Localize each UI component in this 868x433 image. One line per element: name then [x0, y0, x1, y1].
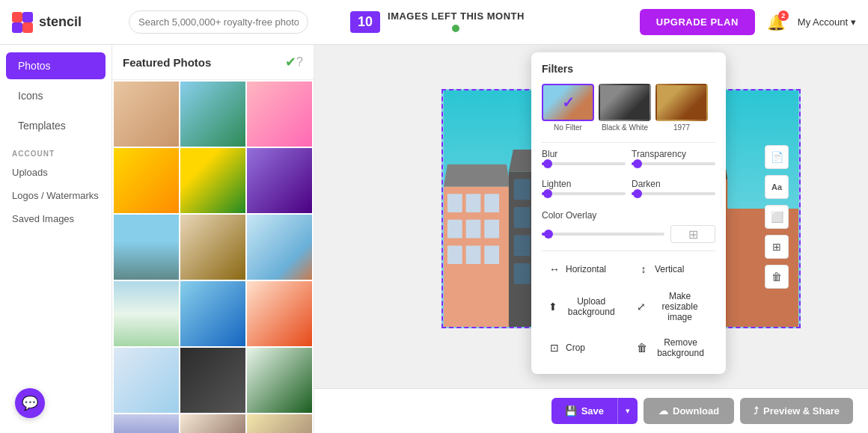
upload-background-button[interactable]: ⬆ Upload background — [542, 286, 626, 328]
list-item[interactable] — [114, 215, 179, 280]
svg-rect-10 — [484, 194, 499, 212]
vertical-icon: ↕ — [637, 262, 650, 276]
sidebar-item-icons[interactable]: Icons — [6, 82, 106, 109]
list-item[interactable] — [247, 281, 312, 346]
delete-tool-button[interactable]: 🗑 — [765, 265, 789, 289]
vertical-label: Vertical — [655, 264, 684, 274]
images-left-badge: 10 IMAGES LEFT THIS MONTH — [350, 10, 525, 34]
app-name: stencil — [39, 14, 82, 30]
save-button-group: 💾 Save ▾ — [551, 398, 638, 424]
notifications-button[interactable]: 🔔 2 — [767, 13, 786, 31]
horizontal-flip-button[interactable]: ↔ Horizontal — [542, 257, 626, 281]
filter-preset-bw[interactable]: Black & White — [599, 84, 651, 132]
svg-rect-0 — [12, 12, 22, 22]
transparency-slider-row: Transparency — [632, 149, 715, 165]
svg-rect-11 — [447, 219, 462, 238]
list-item[interactable] — [180, 414, 245, 433]
list-item[interactable] — [247, 148, 312, 213]
save-icon: 💾 — [565, 405, 577, 417]
list-item[interactable] — [180, 281, 245, 346]
help-icon[interactable]: ? — [296, 55, 303, 69]
sidebar-item-logos[interactable]: Logos / Watermarks — [0, 184, 111, 207]
list-item[interactable] — [180, 215, 245, 280]
list-item[interactable] — [247, 414, 312, 433]
download-label: Download — [673, 405, 719, 417]
list-item[interactable] — [114, 281, 179, 346]
svg-rect-14 — [447, 245, 462, 264]
remove-background-button[interactable]: 🗑 Remove background — [631, 332, 715, 363]
remove-bg-label: Remove background — [652, 337, 709, 358]
make-resizable-button[interactable]: ⤢ Make resizable image — [631, 286, 715, 328]
sidebar-item-photos[interactable]: Photos — [6, 52, 106, 79]
list-item[interactable] — [180, 82, 245, 147]
list-item[interactable] — [114, 148, 179, 213]
darken-slider-row: Darken — [632, 179, 715, 195]
svg-rect-3 — [22, 22, 33, 33]
svg-rect-8 — [447, 194, 462, 212]
download-button[interactable]: ☁ Download — [644, 398, 734, 424]
account-button[interactable]: My Account ▾ — [798, 16, 856, 28]
horizontal-icon: ↔ — [548, 262, 561, 276]
blur-slider-row: Blur — [542, 149, 626, 165]
save-dropdown-button[interactable]: ▾ — [617, 398, 638, 424]
list-item[interactable] — [247, 348, 312, 413]
list-item[interactable] — [180, 148, 245, 213]
svg-marker-17 — [444, 164, 510, 186]
darken-label: Darken — [632, 179, 715, 189]
list-item[interactable] — [114, 414, 179, 433]
upgrade-button[interactable]: UPGRADE PLAN — [640, 9, 755, 35]
crop-button[interactable]: ⊡ Crop — [542, 332, 626, 363]
transparency-slider[interactable] — [632, 162, 715, 165]
main-layout: Photos Icons Templates ACCOUNT Uploads L… — [0, 45, 868, 433]
list-item[interactable] — [180, 348, 245, 413]
grid-tool-button[interactable]: ⊞ — [765, 235, 789, 259]
lighten-slider[interactable] — [542, 192, 626, 195]
darken-slider[interactable] — [632, 192, 715, 195]
frame-tool-button[interactable]: ⬜ — [765, 205, 789, 229]
sidebar-item-saved[interactable]: Saved Images — [0, 207, 111, 230]
featured-check-icon: ✔ — [285, 54, 296, 70]
list-item[interactable] — [247, 82, 312, 147]
sidebar-item-uploads[interactable]: Uploads — [0, 161, 111, 184]
search-input[interactable] — [129, 10, 308, 34]
sidebar-item-templates[interactable]: Templates — [6, 112, 106, 139]
blur-label: Blur — [542, 149, 626, 159]
list-item[interactable] — [247, 215, 312, 280]
chat-button[interactable]: 💬 — [15, 388, 45, 418]
list-item[interactable] — [114, 82, 179, 147]
selected-check-icon: ✓ — [562, 93, 575, 111]
color-swatch-button[interactable]: ⊞ — [670, 225, 715, 243]
canvas-area: Filters ✓ No Filter Black & White — [314, 45, 868, 433]
upload-icon: ⬆ — [548, 300, 557, 313]
right-tools: 📄 Aa ⬜ ⊞ 🗑 — [765, 145, 789, 289]
logo-icon — [12, 12, 33, 33]
save-button[interactable]: 💾 Save — [551, 398, 617, 424]
divider2 — [542, 251, 715, 251]
featured-photos-title: Featured Photos — [123, 56, 282, 69]
preview-share-button[interactable]: ⤴ Preview & Share — [740, 398, 853, 424]
crop-label: Crop — [566, 343, 585, 353]
remove-bg-icon: 🗑 — [637, 341, 647, 354]
1977-label: 1977 — [655, 123, 708, 132]
file-tool-button[interactable]: 📄 — [765, 145, 789, 169]
svg-rect-13 — [484, 219, 499, 238]
chevron-down-icon: ▾ — [851, 16, 856, 28]
text-tool-button[interactable]: Aa — [765, 175, 789, 199]
bottom-bar: 💾 Save ▾ ☁ Download ⤴ Preview & Share — [314, 388, 868, 433]
images-count: 10 — [350, 11, 380, 33]
filter-preset-1977[interactable]: 1977 — [655, 84, 708, 132]
vertical-flip-button[interactable]: ↕ Vertical — [631, 257, 715, 281]
blur-slider[interactable] — [542, 162, 626, 165]
sidebar: Photos Icons Templates ACCOUNT Uploads L… — [0, 45, 112, 433]
make-resizable-label: Make resizable image — [650, 291, 709, 322]
svg-rect-28 — [514, 263, 531, 284]
sliders-grid: Blur Transparency Li — [542, 149, 715, 203]
horizontal-label: Horizontal — [566, 264, 606, 274]
color-overlay-slider[interactable] — [542, 233, 664, 236]
list-item[interactable] — [114, 348, 179, 413]
save-dropdown-icon: ▾ — [626, 406, 630, 415]
search-bar[interactable] — [129, 10, 308, 34]
divider — [542, 142, 715, 143]
upload-bg-label: Upload background — [562, 296, 620, 317]
filter-preset-no-filter[interactable]: ✓ No Filter — [542, 84, 594, 132]
